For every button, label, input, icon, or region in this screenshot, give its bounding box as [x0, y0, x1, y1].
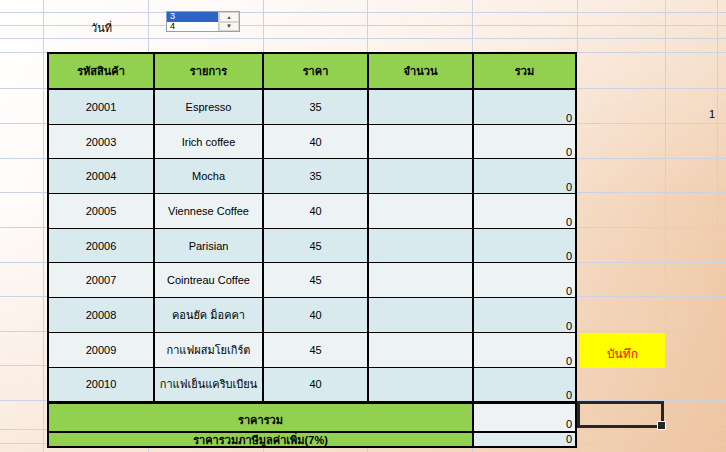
- spinner-up-icon[interactable]: ▴: [219, 12, 239, 22]
- gridline: [577, 0, 578, 52]
- fill-handle[interactable]: [657, 421, 666, 430]
- total-row: ราคารวม 0: [49, 402, 575, 431]
- table-row: 20010 กาแฟเย็นแคริบเบียน 40 0: [49, 368, 575, 403]
- table-row: 20007 Cointreau Coffee 45 0: [49, 263, 575, 298]
- cell-item[interactable]: Espresso: [155, 90, 264, 124]
- date-spinner[interactable]: 3 4 ▴ ▼: [166, 11, 240, 32]
- order-table: รหัสสินค้า รายการ ราคา จำนวน รวม 20001 E…: [47, 52, 577, 448]
- date-label: วันที่: [60, 19, 112, 37]
- gridline: [472, 0, 473, 52]
- cell-price[interactable]: 40: [264, 194, 369, 228]
- cell-price[interactable]: 45: [264, 229, 369, 263]
- total-label: ราคารวม: [49, 404, 474, 431]
- cell-code[interactable]: 20010: [49, 368, 155, 402]
- header-total: รวม: [474, 54, 575, 88]
- cell-qty[interactable]: [369, 90, 474, 124]
- cell-code[interactable]: 20007: [49, 263, 155, 297]
- cell-code[interactable]: 20001: [49, 90, 155, 124]
- cell-qty[interactable]: [369, 159, 474, 193]
- cell-price[interactable]: 40: [264, 125, 369, 159]
- cell-code[interactable]: 20003: [49, 125, 155, 159]
- table-row: 20009 กาแฟผสมโยเกิร์ต 45 0: [49, 333, 575, 368]
- cell-price[interactable]: 45: [264, 333, 369, 367]
- cell-item[interactable]: Mocha: [155, 159, 264, 193]
- table-header-row: รหัสสินค้า รายการ ราคา จำนวน รวม: [49, 54, 575, 90]
- active-cell-selection[interactable]: [577, 401, 664, 428]
- cell-code[interactable]: 20004: [49, 159, 155, 193]
- cell-code[interactable]: 20006: [49, 229, 155, 263]
- cell-item[interactable]: Irich coffee: [155, 125, 264, 159]
- cell-price[interactable]: 45: [264, 263, 369, 297]
- gridline: [0, 38, 726, 39]
- cell-item[interactable]: คอนยัค ม็อคคา: [155, 298, 264, 332]
- cell-qty[interactable]: [369, 368, 474, 402]
- cell-price[interactable]: 40: [264, 368, 369, 402]
- table-row: 20004 Mocha 35 0: [49, 159, 575, 194]
- cell-qty[interactable]: [369, 298, 474, 332]
- cell-total[interactable]: 0: [474, 333, 575, 367]
- cell-code[interactable]: 20005: [49, 194, 155, 228]
- gridline: [43, 0, 44, 452]
- stray-cell-value[interactable]: 1: [675, 108, 715, 120]
- header-code: รหัสสินค้า: [49, 54, 155, 88]
- header-price: ราคา: [264, 54, 369, 88]
- gridline: [263, 0, 264, 52]
- total-value[interactable]: 0: [474, 404, 575, 431]
- cell-total[interactable]: 0: [474, 229, 575, 263]
- cell-item[interactable]: Viennese Coffee: [155, 194, 264, 228]
- cell-price[interactable]: 35: [264, 90, 369, 124]
- date-spinner-buttons: ▴ ▼: [218, 12, 239, 31]
- gridline: [577, 443, 578, 452]
- cell-total[interactable]: 0: [474, 368, 575, 402]
- gridline: [148, 0, 149, 52]
- spreadsheet-canvas: วันที่ 3 4 ▴ ▼ รหัสสินค้า รายการ ราคา จำ…: [0, 0, 726, 452]
- cell-qty[interactable]: [369, 125, 474, 159]
- cell-total[interactable]: 0: [474, 298, 575, 332]
- gridline: [717, 0, 718, 452]
- table-row: 20008 คอนยัค ม็อคคา 40 0: [49, 298, 575, 333]
- cell-item[interactable]: Cointreau Coffee: [155, 263, 264, 297]
- date-spinner-list: 3 4: [167, 12, 218, 31]
- header-qty: จำนวน: [369, 54, 474, 88]
- table-row: 20006 Parisian 45 0: [49, 229, 575, 264]
- cell-item[interactable]: Parisian: [155, 229, 264, 263]
- vat-total-label: ราคารวมภาษีมูลค่าเพิ่ม(7%): [49, 433, 474, 446]
- date-spinner-item-next[interactable]: 4: [167, 22, 218, 32]
- cell-total[interactable]: 0: [474, 125, 575, 159]
- cell-total[interactable]: 0: [474, 263, 575, 297]
- cell-code[interactable]: 20009: [49, 333, 155, 367]
- cell-qty[interactable]: [369, 263, 474, 297]
- vat-total-row: ราคารวมภาษีมูลค่าเพิ่ม(7%) 0: [49, 431, 575, 446]
- table-row: 20005 Viennese Coffee 40 0: [49, 194, 575, 229]
- cell-total[interactable]: 0: [474, 194, 575, 228]
- cell-item[interactable]: กาแฟเย็นแคริบเบียน: [155, 368, 264, 402]
- gridline: [0, 12, 726, 13]
- spinner-down-icon[interactable]: ▼: [219, 22, 239, 32]
- cell-total[interactable]: 0: [474, 90, 575, 124]
- cell-price[interactable]: 35: [264, 159, 369, 193]
- cell-total[interactable]: 0: [474, 159, 575, 193]
- vat-total-value[interactable]: 0: [474, 433, 575, 446]
- table-row: 20001 Espresso 35 0: [49, 90, 575, 125]
- save-button[interactable]: บันทึก: [580, 333, 665, 368]
- cell-qty[interactable]: [369, 229, 474, 263]
- header-item: รายการ: [155, 54, 264, 88]
- cell-qty[interactable]: [369, 333, 474, 367]
- cell-code[interactable]: 20008: [49, 298, 155, 332]
- cell-qty[interactable]: [369, 194, 474, 228]
- gridline: [665, 0, 666, 452]
- cell-price[interactable]: 40: [264, 298, 369, 332]
- gridline: [367, 0, 368, 52]
- table-row: 20003 Irich coffee 40 0: [49, 125, 575, 160]
- cell-item[interactable]: กาแฟผสมโยเกิร์ต: [155, 333, 264, 367]
